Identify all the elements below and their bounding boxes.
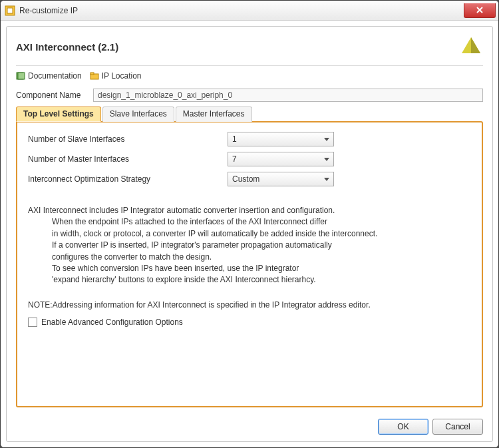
tab-slave-interfaces[interactable]: Slave Interfaces [102, 107, 174, 122]
svg-rect-1 [7, 8, 13, 13]
num-master-label: Number of Master Interfaces [28, 154, 228, 164]
page-title: AXI Interconnect (2.1) [16, 41, 118, 53]
component-name-label: Component Name [16, 91, 93, 100]
tab-top-level-settings[interactable]: Top Level Settings [16, 107, 101, 122]
window-close-button[interactable] [464, 3, 496, 18]
titlebar: Re-customize IP [1, 1, 498, 21]
num-slave-select[interactable]: 1 [228, 132, 334, 146]
advanced-config-checkbox[interactable] [28, 318, 37, 327]
toolbar-links: Documentation IP Location [16, 71, 483, 81]
svg-marker-3 [471, 37, 480, 53]
app-icon [5, 5, 15, 16]
svg-rect-5 [18, 73, 25, 79]
tabpage-top-level: Number of Slave Interfaces 1 Number of M… [16, 121, 483, 407]
ok-button[interactable]: OK [378, 419, 428, 435]
vendor-logo-icon [459, 35, 483, 59]
num-slave-label: Number of Slave Interfaces [28, 134, 228, 144]
opt-strategy-select[interactable]: Custom [228, 172, 334, 186]
window-title: Re-customize IP [19, 6, 78, 15]
cancel-button[interactable]: Cancel [432, 419, 483, 435]
component-name-input[interactable] [93, 89, 483, 102]
opt-strategy-label: Interconnect Optimization Strategy [28, 174, 228, 184]
tab-master-interfaces[interactable]: Master Interfaces [176, 107, 252, 122]
dialog-window: Re-customize IP AXI Interconnect (2.1) D… [0, 0, 499, 448]
ip-location-link[interactable]: IP Location [90, 71, 142, 81]
num-master-select[interactable]: 7 [228, 152, 334, 166]
documentation-link[interactable]: Documentation [16, 71, 82, 81]
description-block: AXI Interconnect includes IP Integrator … [28, 205, 471, 311]
tabbar: Top Level Settings Slave Interfaces Mast… [16, 106, 483, 121]
svg-rect-7 [90, 73, 94, 75]
advanced-config-label: Enable Advanced Configuration Options [41, 318, 183, 327]
